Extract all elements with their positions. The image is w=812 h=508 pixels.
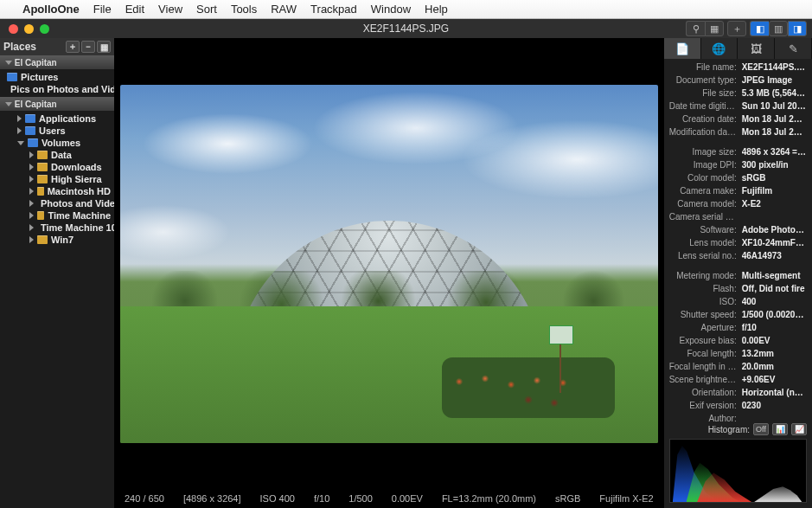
tree-item[interactable]: Volumes xyxy=(0,137,114,149)
folder-icon xyxy=(37,235,48,244)
tree-item[interactable]: Downloads xyxy=(0,161,114,173)
app-menu[interactable]: ApolloOne xyxy=(22,3,80,16)
add-button[interactable]: ＋ xyxy=(727,21,746,36)
histogram-chart xyxy=(669,439,807,503)
menu-raw[interactable]: RAW xyxy=(271,3,297,16)
chevron-right-icon[interactable] xyxy=(29,151,34,158)
meta-row: Aperture:f/10 xyxy=(669,321,807,334)
meta-key: ISO: xyxy=(669,296,737,307)
zoom-button[interactable] xyxy=(40,24,49,34)
menu-help[interactable]: Help xyxy=(425,3,448,16)
meta-row: Creation date:Mon 18 Jul 2016 4:25 PM xyxy=(669,113,807,125)
folder-icon xyxy=(37,211,44,220)
sidebar-item-pics[interactable]: Pics on Photos and Videos xyxy=(0,83,114,95)
menu-window[interactable]: Window xyxy=(371,3,411,16)
histogram-luma-button[interactable]: 📈 xyxy=(791,423,807,435)
sidebar-section-favorites: El Capitan xyxy=(0,55,114,69)
chevron-right-icon[interactable] xyxy=(29,200,34,207)
folder-icon xyxy=(7,73,17,81)
minimize-button[interactable] xyxy=(24,24,34,34)
folder-icon xyxy=(37,175,48,183)
histogram-off-button[interactable]: Off xyxy=(753,423,769,435)
search-icon[interactable]: ⚲ xyxy=(686,21,705,36)
tree-item[interactable]: Time Machine 10.11 xyxy=(0,222,114,234)
chevron-right-icon[interactable] xyxy=(29,164,34,170)
tab-edit[interactable]: ✎ xyxy=(775,38,812,59)
tree-item[interactable]: Users xyxy=(0,125,114,137)
sidebar-item-pictures[interactable]: Pictures xyxy=(0,71,114,83)
meta-value: 4896 x 3264 = 16.0M xyxy=(742,146,807,158)
tree-item[interactable]: Data xyxy=(0,149,114,161)
menu-tools[interactable]: Tools xyxy=(231,3,257,16)
close-button[interactable] xyxy=(9,24,18,34)
tab-info[interactable]: 📄 xyxy=(664,38,701,59)
chevron-right-icon[interactable] xyxy=(29,212,34,219)
panel-right-icon[interactable]: ◨ xyxy=(788,21,807,36)
tree-item-label: Time Machine xyxy=(48,210,111,221)
meta-value: 1/500 (0.00200000) xyxy=(742,309,807,320)
tree-item-label: High Sierra xyxy=(51,174,102,184)
status-ev: 0.00EV xyxy=(392,493,423,504)
image-viewer: 240 / 650 [4896 x 3264] ISO 400 f/10 1/5… xyxy=(114,38,664,508)
tab-globe[interactable]: 🌐 xyxy=(701,38,738,59)
chevron-right-icon[interactable] xyxy=(29,176,34,183)
meta-key: Lens model: xyxy=(669,237,737,248)
meta-key: Exif version: xyxy=(669,400,737,411)
meta-row: Date time digitize..Sun 10 Jul 2016 3:30… xyxy=(669,100,807,113)
meta-value: Mon 18 Jul 2016 4:25 PM xyxy=(742,113,807,125)
meta-row: File name:XE2F1144PS.JPG xyxy=(669,61,807,74)
menu-view[interactable]: View xyxy=(158,3,182,16)
tree-item[interactable]: Time Machine xyxy=(0,209,114,222)
panel-left-icon[interactable]: ◧ xyxy=(750,21,769,36)
photo-preview[interactable] xyxy=(120,85,658,443)
meta-key: Lens serial no.: xyxy=(669,250,737,261)
meta-key: Flash: xyxy=(669,283,737,294)
chevron-right-icon[interactable] xyxy=(17,127,22,134)
meta-key: Color model: xyxy=(669,172,737,183)
meta-value: Mon 18 Jul 2016 4:25 PM xyxy=(742,126,807,138)
meta-value: +9.06EV xyxy=(742,374,807,385)
tree-item-label: Photos and Videos xyxy=(41,198,114,209)
tab-image[interactable]: 🖼 xyxy=(738,38,775,59)
tree-item-label: Volumes xyxy=(42,138,80,148)
meta-row: Author: xyxy=(669,412,807,421)
menu-file[interactable]: File xyxy=(93,3,112,16)
meta-value: Adobe Photoshop CS6 (M... xyxy=(742,224,807,235)
tree-item[interactable]: Photos and Videos xyxy=(0,197,114,209)
meta-value: X-E2 xyxy=(742,198,807,209)
sidebar-view-button[interactable]: ▦ xyxy=(97,41,111,53)
sidebar: Places ＋ － ▦ El Capitan Pictures Pics on… xyxy=(0,38,114,508)
chevron-right-icon[interactable] xyxy=(29,236,34,243)
chevron-down-icon[interactable] xyxy=(5,61,12,65)
meta-row: Document type:JPEG Image xyxy=(669,74,807,87)
tree-item[interactable]: High Sierra xyxy=(0,173,114,185)
tree-item[interactable]: Applications xyxy=(0,113,114,125)
chevron-right-icon[interactable] xyxy=(29,224,34,231)
meta-value: 46A14973 xyxy=(742,250,807,261)
tree-item-label: Time Machine 10.11 xyxy=(41,222,114,233)
meta-row: Color model:sRGB xyxy=(669,171,807,184)
chevron-right-icon[interactable] xyxy=(17,115,22,122)
meta-key: Scene brightness: xyxy=(669,374,737,385)
meta-row: Exif version:0230 xyxy=(669,399,807,412)
chevron-down-icon[interactable] xyxy=(17,141,24,145)
sidebar-add-button[interactable]: ＋ xyxy=(66,41,80,53)
panel-mid-icon[interactable]: ▥ xyxy=(769,21,788,36)
menu-edit[interactable]: Edit xyxy=(125,3,144,16)
sidebar-remove-button[interactable]: － xyxy=(81,41,95,53)
menu-sort[interactable]: Sort xyxy=(196,3,217,16)
meta-key: Focal length in 3.. xyxy=(669,361,737,372)
menu-trackpad[interactable]: Trackpad xyxy=(310,3,357,16)
chevron-right-icon[interactable] xyxy=(29,188,34,195)
meta-row: Exposure bias:0.00EV xyxy=(669,334,807,347)
folder-icon xyxy=(37,187,44,196)
tree-item[interactable]: Macintosh HD xyxy=(0,185,114,197)
status-bar: 240 / 650 [4896 x 3264] ISO 400 f/10 1/5… xyxy=(114,489,664,508)
chevron-down-icon[interactable] xyxy=(5,102,12,106)
tree-item-label: Macintosh HD xyxy=(48,186,111,196)
tree-item[interactable]: Win7 xyxy=(0,234,114,246)
folder-icon xyxy=(28,138,38,147)
status-colorspace: sRGB xyxy=(555,493,580,504)
grid-icon[interactable]: ▦ xyxy=(705,21,724,36)
histogram-rgb-button[interactable]: 📊 xyxy=(772,423,788,435)
